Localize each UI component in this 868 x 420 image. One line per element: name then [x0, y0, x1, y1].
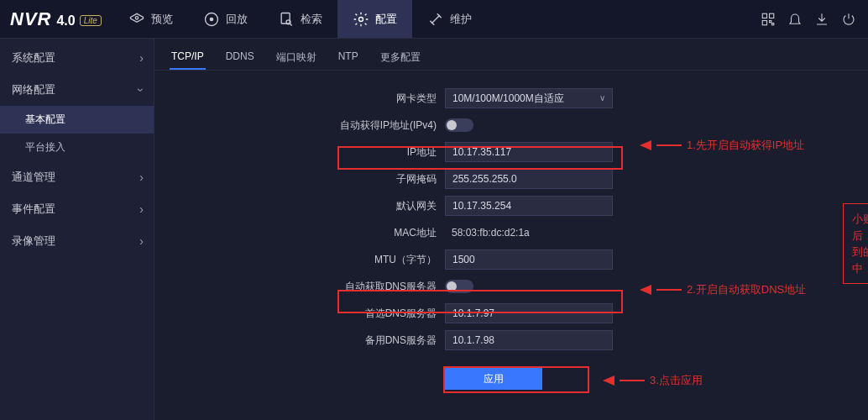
sidebar-sub-label: 平台接入 [25, 141, 65, 153]
topnav-label: 检索 [301, 12, 322, 27]
label-mac: MAC地址 [154, 226, 445, 240]
bell-icon[interactable] [787, 12, 803, 27]
svg-rect-6 [762, 13, 766, 18]
input-ip[interactable] [445, 142, 613, 162]
annotation-3: 3.点击应用 [603, 373, 703, 388]
chevron-right-icon: › [139, 202, 144, 216]
topnav-preview[interactable]: 预览 [113, 0, 188, 38]
main: TCP/IP DDNS 端口映射 NTP 更多配置 网卡类型 10M/100M/… [154, 39, 868, 420]
logo-text: NVR [10, 8, 51, 30]
label-auto-ip: 自动获得IP地址(IPv4) [154, 118, 445, 133]
subtab-ntp[interactable]: NTP [337, 47, 360, 70]
label-ip: IP地址 [154, 145, 445, 160]
sidebar-item-channel[interactable]: 通道管理 › [0, 161, 154, 193]
form: 网卡类型 10M/100M/1000M自适应 ∨ 自动获得IP地址(IPv4) … [154, 71, 868, 390]
subtab-portmap[interactable]: 端口映射 [275, 47, 318, 70]
logo-version: 4.0 [56, 13, 75, 29]
topnav-label: 回放 [226, 12, 248, 27]
logo: NVR 4.0 Lite [0, 8, 113, 30]
select-nic-type[interactable]: 10M/100M/1000M自适应 ∨ [445, 88, 613, 108]
topnav-playback[interactable]: 回放 [188, 0, 263, 38]
tip-text: 小贴士：建议获取到IP和DNS后，再取消自动获取，将获取到的参数信息固定到网络参… [852, 213, 868, 275]
sidebar-item-event[interactable]: 事件配置 › [0, 193, 154, 225]
chevron-down-icon: › [135, 88, 149, 92]
sidebar-sub-basic[interactable]: 基本配置 [0, 106, 154, 134]
annotation-text: 1.先开启自动获得IP地址 [687, 138, 804, 153]
svg-rect-10 [772, 23, 774, 24]
logo-tag: Lite [80, 15, 102, 26]
topnav-label: 配置 [375, 12, 397, 27]
topnav-config[interactable]: 配置 [337, 0, 412, 38]
tools-icon [427, 11, 444, 28]
document-search-icon [278, 11, 295, 28]
download-icon[interactable] [814, 12, 829, 27]
arrow-line [620, 380, 645, 381]
arrow-line [656, 144, 682, 146]
subtabs: TCP/IP DDNS 端口映射 NTP 更多配置 [154, 39, 868, 71]
sidebar-sub-platform[interactable]: 平台接入 [0, 134, 154, 161]
tip-box: 小贴士：建议获取到IP和DNS后，再取消自动获取，将获取到的参数信息固定到网络参… [843, 203, 868, 284]
sidebar: 系统配置 › 网络配置 › 基本配置 平台接入 通道管理 › 事件配置 › 录像… [0, 39, 154, 420]
body: 系统配置 › 网络配置 › 基本配置 平台接入 通道管理 › 事件配置 › 录像… [0, 39, 868, 420]
topnav-maintain[interactable]: 维护 [412, 0, 487, 38]
sidebar-sub-label: 基本配置 [25, 113, 65, 125]
subtab-label: DDNS [226, 50, 254, 62]
input-gateway[interactable] [445, 196, 613, 216]
topbar: NVR 4.0 Lite 预览 回放 检索 配置 [0, 0, 868, 39]
arrow-left-icon [640, 140, 651, 150]
svg-point-2 [210, 18, 212, 20]
topbar-right [761, 0, 868, 38]
topnav-search[interactable]: 检索 [263, 0, 337, 38]
annotation-2: 2.开启自动获取DNS地址 [640, 282, 806, 297]
playback-icon [203, 11, 220, 28]
subtab-label: TCP/IP [171, 50, 204, 62]
sidebar-item-network[interactable]: 网络配置 › [0, 74, 154, 106]
label-gateway: 默认网关 [154, 199, 445, 213]
sidebar-item-system[interactable]: 系统配置 › [0, 42, 154, 74]
input-dns2[interactable] [445, 330, 613, 350]
subtab-label: NTP [338, 50, 358, 62]
sidebar-item-label: 网络配置 [12, 82, 55, 97]
label-auto-dns: 自动获取DNS服务器 [154, 280, 445, 294]
qr-icon[interactable] [761, 12, 776, 27]
gear-icon [353, 11, 369, 28]
sidebar-item-label: 通道管理 [12, 170, 55, 185]
arrow-left-icon [603, 375, 614, 386]
sidebar-item-record[interactable]: 录像管理 › [0, 225, 154, 257]
label-mtu: MTU（字节） [154, 253, 445, 267]
sidebar-item-label: 录像管理 [12, 234, 55, 249]
chevron-right-icon: › [139, 171, 144, 184]
svg-point-5 [358, 17, 363, 21]
apply-label: 应用 [484, 373, 504, 385]
annotation-text: 3.点击应用 [650, 373, 703, 388]
svg-point-0 [135, 16, 138, 18]
topnav-label: 预览 [151, 12, 173, 27]
subtab-ddns[interactable]: DDNS [224, 47, 256, 70]
label-dns2: 备用DNS服务器 [154, 333, 445, 348]
chevron-right-icon: › [139, 234, 144, 248]
svg-rect-9 [770, 20, 771, 22]
input-mask[interactable] [445, 169, 613, 189]
arrow-line [656, 289, 682, 291]
chevron-down-icon: ∨ [599, 88, 605, 108]
camera-icon [128, 11, 145, 28]
label-nic-type: 网卡类型 [154, 92, 445, 106]
subtab-more[interactable]: 更多配置 [379, 47, 422, 70]
subtab-label: 更多配置 [380, 51, 421, 63]
subtab-tcpip[interactable]: TCP/IP [170, 47, 206, 70]
power-icon[interactable] [841, 12, 856, 27]
sidebar-item-label: 系统配置 [12, 50, 55, 66]
topnav: 预览 回放 检索 配置 维护 [113, 0, 487, 38]
svg-rect-3 [281, 13, 290, 24]
subtab-label: 端口映射 [276, 51, 316, 63]
select-value: 10M/100M/1000M自适应 [452, 88, 564, 108]
input-dns1[interactable] [445, 303, 613, 323]
toggle-auto-ip[interactable] [445, 118, 473, 132]
annotation-1: 1.先开启自动获得IP地址 [640, 138, 804, 153]
label-dns1: 首选DNS服务器 [154, 307, 445, 321]
input-mtu[interactable] [445, 249, 613, 270]
toggle-auto-dns[interactable] [445, 280, 473, 293]
sidebar-item-label: 事件配置 [12, 202, 55, 217]
apply-button[interactable]: 应用 [445, 368, 542, 390]
svg-rect-8 [762, 20, 766, 24]
